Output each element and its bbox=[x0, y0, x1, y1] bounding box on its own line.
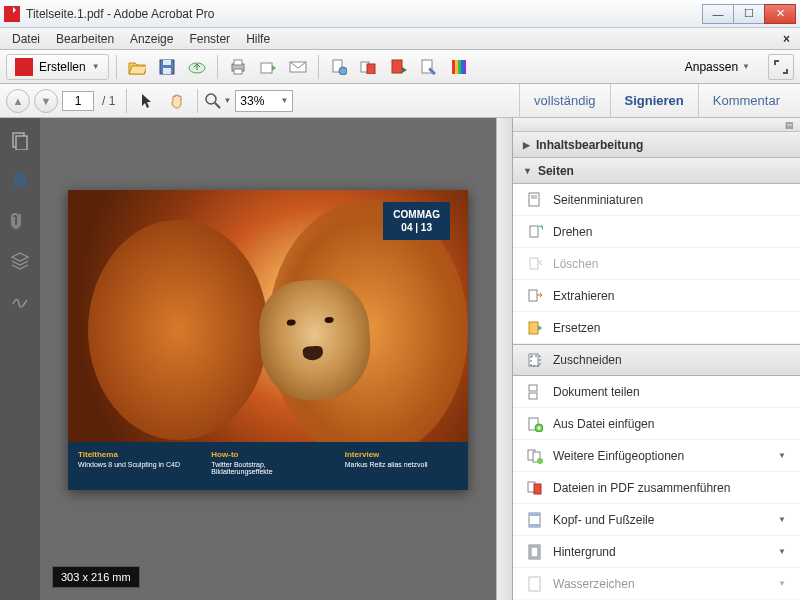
share-button[interactable] bbox=[255, 54, 281, 80]
svg-rect-35 bbox=[529, 385, 537, 391]
panel-menu-icon[interactable]: ▤ bbox=[513, 118, 800, 132]
edit-button[interactable] bbox=[416, 54, 442, 80]
svg-rect-12 bbox=[367, 64, 375, 74]
main-area: COMMAG 04 | 13 TitelthemaWindows 8 und S… bbox=[0, 118, 800, 600]
combine-button[interactable] bbox=[356, 54, 382, 80]
badge-issue: 04 | 13 bbox=[393, 221, 440, 234]
panel-item-extrahieren[interactable]: Extrahieren bbox=[513, 280, 800, 312]
svg-rect-7 bbox=[261, 63, 272, 73]
minimize-button[interactable]: — bbox=[702, 4, 734, 24]
main-toolbar: Erstellen ▼ Anpassen ▼ bbox=[0, 50, 800, 84]
svg-rect-1 bbox=[163, 60, 171, 65]
menu-bearbeiten[interactable]: Bearbeiten bbox=[48, 30, 122, 48]
svg-rect-19 bbox=[461, 60, 464, 74]
layers-icon[interactable] bbox=[11, 252, 29, 270]
svg-rect-48 bbox=[531, 547, 538, 557]
create-button[interactable]: Erstellen ▼ bbox=[6, 54, 109, 80]
cloud-button[interactable] bbox=[184, 54, 210, 80]
chevron-down-icon: ▼ bbox=[280, 96, 288, 105]
chevron-down-icon: ▼ bbox=[778, 579, 786, 588]
signature-icon[interactable] bbox=[11, 292, 29, 310]
svg-rect-46 bbox=[529, 524, 540, 527]
convert-button[interactable] bbox=[386, 54, 412, 80]
menu-fenster[interactable]: Fenster bbox=[181, 30, 238, 48]
bookmark-icon[interactable] bbox=[11, 172, 29, 190]
chevron-down-icon: ▼ bbox=[778, 547, 786, 556]
page-number-input[interactable] bbox=[62, 91, 94, 111]
close-button[interactable]: ✕ bbox=[764, 4, 796, 24]
select-tool[interactable] bbox=[134, 88, 160, 114]
triangle-down-icon: ▼ bbox=[523, 166, 532, 176]
save-button[interactable] bbox=[154, 54, 180, 80]
svg-rect-26 bbox=[531, 195, 537, 199]
magazine-footer: TitelthemaWindows 8 und Sculpting in C4D… bbox=[68, 442, 468, 490]
tab-signieren[interactable]: Signieren bbox=[610, 84, 698, 117]
attachment-icon[interactable] bbox=[11, 212, 29, 230]
fullscreen-button[interactable] bbox=[768, 54, 794, 80]
export-button[interactable] bbox=[326, 54, 352, 80]
magazine-badge: COMMAG 04 | 13 bbox=[383, 202, 450, 240]
hand-tool[interactable] bbox=[164, 88, 190, 114]
panel-item-wasserzeichen[interactable]: Wasserzeichen▼ bbox=[513, 568, 800, 600]
panel-item-aus-datei-einfuegen[interactable]: Aus Datei einfügen bbox=[513, 408, 800, 440]
svg-rect-16 bbox=[452, 60, 455, 74]
create-label: Erstellen bbox=[39, 60, 86, 74]
chevron-down-icon: ▼ bbox=[92, 62, 100, 71]
panel-section-inhaltsbearbeitung[interactable]: ▶ Inhaltsbearbeitung bbox=[513, 132, 800, 158]
zoom-value: 33% bbox=[240, 94, 264, 108]
page-up-button[interactable]: ▲ bbox=[6, 89, 30, 113]
badge-title: COMMAG bbox=[393, 208, 440, 221]
svg-rect-2 bbox=[163, 68, 171, 74]
menu-datei[interactable]: Datei bbox=[4, 30, 48, 48]
page-total-label: / 1 bbox=[98, 94, 119, 108]
chevron-down-icon: ▼ bbox=[778, 451, 786, 460]
zoom-tool[interactable]: ▼ bbox=[205, 88, 231, 114]
window-title: Titelseite.1.pdf - Adobe Acrobat Pro bbox=[26, 7, 703, 21]
svg-rect-36 bbox=[529, 393, 537, 399]
page-dimensions-tooltip: 303 x 216 mm bbox=[52, 566, 140, 588]
color-button[interactable] bbox=[446, 54, 472, 80]
tab-vollstaendig[interactable]: vollständig bbox=[519, 84, 609, 117]
pdf-page: COMMAG 04 | 13 TitelthemaWindows 8 und S… bbox=[68, 190, 468, 490]
pdf-icon bbox=[15, 58, 33, 76]
chevron-down-icon: ▼ bbox=[742, 62, 750, 71]
pages-icon[interactable] bbox=[11, 132, 29, 150]
nav-toolbar: ▲ ▼ / 1 ▼ 33% ▼ vollständig Signieren Ko… bbox=[0, 84, 800, 118]
open-button[interactable] bbox=[124, 54, 150, 80]
customize-label: Anpassen bbox=[685, 60, 738, 74]
panel-item-drehen[interactable]: Drehen bbox=[513, 216, 800, 248]
svg-rect-13 bbox=[392, 60, 402, 73]
page-down-button[interactable]: ▼ bbox=[34, 89, 58, 113]
svg-rect-43 bbox=[534, 484, 541, 494]
svg-rect-18 bbox=[458, 60, 461, 74]
document-close-button[interactable]: × bbox=[777, 32, 796, 46]
menu-anzeige[interactable]: Anzeige bbox=[122, 30, 181, 48]
zoom-select[interactable]: 33% ▼ bbox=[235, 90, 293, 112]
svg-rect-49 bbox=[529, 577, 540, 591]
panel-item-weitere-einfuegeoptionen[interactable]: Weitere Einfügeoptionen▼ bbox=[513, 440, 800, 472]
panel-item-hintergrund[interactable]: Hintergrund▼ bbox=[513, 536, 800, 568]
left-nav-rail bbox=[0, 118, 40, 600]
panel-item-ersetzen[interactable]: Ersetzen bbox=[513, 312, 800, 344]
tab-kommentar[interactable]: Kommentar bbox=[698, 84, 794, 117]
panel-item-dokument-teilen[interactable]: Dokument teilen bbox=[513, 376, 800, 408]
menu-hilfe[interactable]: Hilfe bbox=[238, 30, 278, 48]
panel-item-dateien-zusammenfuehren[interactable]: Dateien in PDF zusammenführen bbox=[513, 472, 800, 504]
panel-item-zuschneiden[interactable]: Zuschneiden bbox=[513, 344, 800, 376]
panel-item-kopf-fusszeile[interactable]: Kopf- und Fußzeile▼ bbox=[513, 504, 800, 536]
svg-rect-17 bbox=[455, 60, 458, 74]
vertical-scrollbar[interactable] bbox=[496, 118, 512, 600]
svg-rect-24 bbox=[16, 136, 27, 150]
svg-rect-25 bbox=[529, 193, 539, 206]
triangle-right-icon: ▶ bbox=[523, 140, 530, 150]
print-button[interactable] bbox=[225, 54, 251, 80]
document-viewport[interactable]: COMMAG 04 | 13 TitelthemaWindows 8 und S… bbox=[40, 118, 496, 600]
email-button[interactable] bbox=[285, 54, 311, 80]
svg-line-22 bbox=[215, 103, 220, 108]
customize-button[interactable]: Anpassen ▼ bbox=[679, 57, 756, 77]
svg-rect-6 bbox=[234, 69, 242, 74]
panel-item-seitenminiaturen[interactable]: Seitenminiaturen bbox=[513, 184, 800, 216]
svg-rect-27 bbox=[530, 226, 538, 237]
panel-section-seiten[interactable]: ▼ Seiten bbox=[513, 158, 800, 184]
maximize-button[interactable]: ☐ bbox=[733, 4, 765, 24]
